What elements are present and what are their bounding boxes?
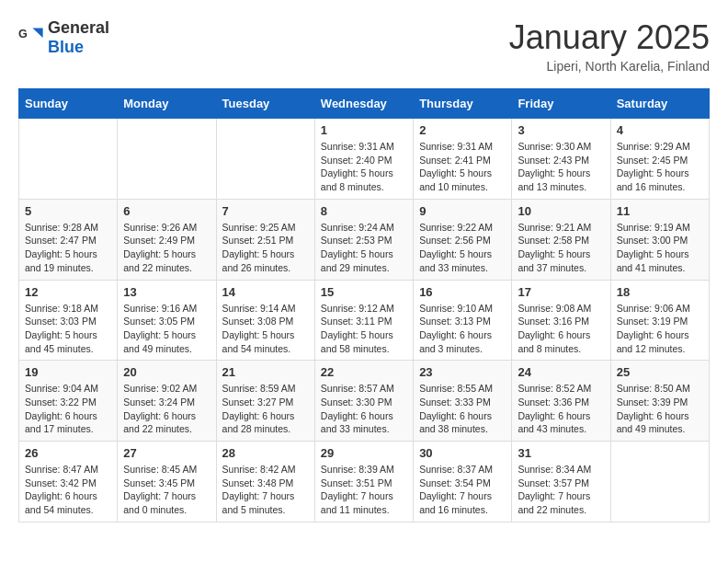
day-info: Sunrise: 9:06 AM Sunset: 3:19 PM Dayligh…: [617, 302, 703, 356]
calendar-cell: 23Sunrise: 8:55 AM Sunset: 3:33 PM Dayli…: [414, 361, 512, 442]
logo-general-text: General: [48, 18, 109, 37]
weekday-header-thursday: Thursday: [414, 89, 512, 119]
calendar-week-row: 26Sunrise: 8:47 AM Sunset: 3:42 PM Dayli…: [19, 442, 710, 523]
logo-blue-text: Blue: [48, 38, 84, 56]
calendar-week-row: 19Sunrise: 9:04 AM Sunset: 3:22 PM Dayli…: [19, 361, 710, 442]
day-info: Sunrise: 8:55 AM Sunset: 3:33 PM Dayligh…: [419, 382, 506, 436]
calendar-week-row: 5Sunrise: 9:28 AM Sunset: 2:47 PM Daylig…: [19, 199, 710, 280]
day-number: 13: [123, 285, 210, 299]
calendar-cell: 8Sunrise: 9:24 AM Sunset: 2:53 PM Daylig…: [314, 199, 413, 280]
day-info: Sunrise: 8:52 AM Sunset: 3:36 PM Dayligh…: [518, 382, 604, 436]
day-info: Sunrise: 8:57 AM Sunset: 3:30 PM Dayligh…: [321, 382, 407, 436]
calendar-cell: 22Sunrise: 8:57 AM Sunset: 3:30 PM Dayli…: [314, 361, 413, 442]
day-number: 12: [25, 285, 111, 299]
calendar-cell: 31Sunrise: 8:34 AM Sunset: 3:57 PM Dayli…: [512, 442, 610, 523]
day-info: Sunrise: 8:50 AM Sunset: 3:39 PM Dayligh…: [617, 382, 703, 436]
day-info: Sunrise: 8:47 AM Sunset: 3:42 PM Dayligh…: [25, 463, 111, 517]
day-info: Sunrise: 9:28 AM Sunset: 2:47 PM Dayligh…: [25, 221, 111, 275]
calendar-cell: 6Sunrise: 9:26 AM Sunset: 2:49 PM Daylig…: [118, 199, 216, 280]
calendar-cell: 4Sunrise: 9:29 AM Sunset: 2:45 PM Daylig…: [610, 119, 709, 200]
calendar-cell: 27Sunrise: 8:45 AM Sunset: 3:45 PM Dayli…: [118, 442, 216, 523]
calendar-week-row: 12Sunrise: 9:18 AM Sunset: 3:03 PM Dayli…: [19, 280, 710, 361]
day-info: Sunrise: 9:31 AM Sunset: 2:40 PM Dayligh…: [321, 140, 407, 194]
calendar-cell: 2Sunrise: 9:31 AM Sunset: 2:41 PM Daylig…: [414, 119, 512, 200]
day-number: 2: [419, 123, 506, 137]
day-info: Sunrise: 9:04 AM Sunset: 3:22 PM Dayligh…: [25, 382, 111, 436]
calendar-cell: 20Sunrise: 9:02 AM Sunset: 3:24 PM Dayli…: [118, 361, 216, 442]
day-number: 6: [123, 204, 210, 218]
day-number: 24: [518, 365, 604, 379]
day-info: Sunrise: 9:25 AM Sunset: 2:51 PM Dayligh…: [222, 221, 309, 275]
day-info: Sunrise: 9:29 AM Sunset: 2:45 PM Dayligh…: [617, 140, 703, 194]
weekday-header-row: SundayMondayTuesdayWednesdayThursdayFrid…: [19, 89, 710, 119]
day-info: Sunrise: 9:26 AM Sunset: 2:49 PM Dayligh…: [123, 221, 210, 275]
day-number: 23: [419, 365, 506, 379]
calendar-cell: 5Sunrise: 9:28 AM Sunset: 2:47 PM Daylig…: [19, 199, 118, 280]
day-number: 8: [321, 204, 407, 218]
day-number: 10: [518, 204, 604, 218]
day-number: 7: [222, 204, 309, 218]
day-number: 29: [321, 446, 407, 460]
calendar-cell: 24Sunrise: 8:52 AM Sunset: 3:36 PM Dayli…: [512, 361, 610, 442]
day-info: Sunrise: 9:12 AM Sunset: 3:11 PM Dayligh…: [321, 302, 407, 356]
day-number: 31: [518, 446, 604, 460]
svg-text:G: G: [18, 28, 28, 40]
calendar-cell: 28Sunrise: 8:42 AM Sunset: 3:48 PM Dayli…: [216, 442, 314, 523]
calendar-cell: 14Sunrise: 9:14 AM Sunset: 3:08 PM Dayli…: [216, 280, 314, 361]
title-area: January 2025 Liperi, North Karelia, Finl…: [509, 18, 710, 74]
calendar-cell: 19Sunrise: 9:04 AM Sunset: 3:22 PM Dayli…: [19, 361, 118, 442]
calendar-cell: 15Sunrise: 9:12 AM Sunset: 3:11 PM Dayli…: [314, 280, 413, 361]
calendar-cell: 3Sunrise: 9:30 AM Sunset: 2:43 PM Daylig…: [512, 119, 610, 200]
svg-marker-1: [32, 29, 42, 39]
page-header: G General Blue January 2025 Liperi, Nort…: [18, 18, 710, 74]
calendar-cell: 12Sunrise: 9:18 AM Sunset: 3:03 PM Dayli…: [19, 280, 118, 361]
day-info: Sunrise: 8:59 AM Sunset: 3:27 PM Dayligh…: [222, 382, 309, 436]
calendar-cell: 1Sunrise: 9:31 AM Sunset: 2:40 PM Daylig…: [314, 119, 413, 200]
weekday-header-wednesday: Wednesday: [314, 89, 413, 119]
day-number: 18: [617, 285, 703, 299]
calendar-cell: 11Sunrise: 9:19 AM Sunset: 3:00 PM Dayli…: [610, 199, 709, 280]
calendar-cell: 10Sunrise: 9:21 AM Sunset: 2:58 PM Dayli…: [512, 199, 610, 280]
calendar-cell: 25Sunrise: 8:50 AM Sunset: 3:39 PM Dayli…: [610, 361, 709, 442]
day-info: Sunrise: 8:34 AM Sunset: 3:57 PM Dayligh…: [518, 463, 604, 517]
day-number: 4: [617, 123, 703, 137]
day-info: Sunrise: 9:31 AM Sunset: 2:41 PM Dayligh…: [419, 140, 506, 194]
day-number: 3: [518, 123, 604, 137]
day-number: 25: [617, 365, 703, 379]
calendar-cell: 18Sunrise: 9:06 AM Sunset: 3:19 PM Dayli…: [610, 280, 709, 361]
day-info: Sunrise: 8:39 AM Sunset: 3:51 PM Dayligh…: [321, 463, 407, 517]
day-info: Sunrise: 9:10 AM Sunset: 3:13 PM Dayligh…: [419, 302, 506, 356]
day-info: Sunrise: 9:24 AM Sunset: 2:53 PM Dayligh…: [321, 221, 407, 275]
calendar-cell: [216, 119, 314, 200]
calendar-cell: [610, 442, 709, 523]
calendar-cell: [118, 119, 216, 200]
day-number: 14: [222, 285, 309, 299]
day-info: Sunrise: 9:16 AM Sunset: 3:05 PM Dayligh…: [123, 302, 210, 356]
calendar-cell: 9Sunrise: 9:22 AM Sunset: 2:56 PM Daylig…: [414, 199, 512, 280]
calendar-cell: 29Sunrise: 8:39 AM Sunset: 3:51 PM Dayli…: [314, 442, 413, 523]
calendar-cell: 13Sunrise: 9:16 AM Sunset: 3:05 PM Dayli…: [118, 280, 216, 361]
day-number: 22: [321, 365, 407, 379]
day-number: 26: [25, 446, 111, 460]
calendar-table: SundayMondayTuesdayWednesdayThursdayFrid…: [18, 88, 710, 523]
calendar-cell: [19, 119, 118, 200]
day-number: 1: [321, 123, 407, 137]
weekday-header-friday: Friday: [512, 89, 610, 119]
weekday-header-saturday: Saturday: [610, 89, 709, 119]
calendar-cell: 21Sunrise: 8:59 AM Sunset: 3:27 PM Dayli…: [216, 361, 314, 442]
calendar-cell: 7Sunrise: 9:25 AM Sunset: 2:51 PM Daylig…: [216, 199, 314, 280]
day-number: 20: [123, 365, 210, 379]
weekday-header-tuesday: Tuesday: [216, 89, 314, 119]
calendar-cell: 30Sunrise: 8:37 AM Sunset: 3:54 PM Dayli…: [414, 442, 512, 523]
day-info: Sunrise: 9:14 AM Sunset: 3:08 PM Dayligh…: [222, 302, 309, 356]
day-number: 16: [419, 285, 506, 299]
day-info: Sunrise: 8:37 AM Sunset: 3:54 PM Dayligh…: [419, 463, 506, 517]
day-info: Sunrise: 8:42 AM Sunset: 3:48 PM Dayligh…: [222, 463, 309, 517]
day-number: 9: [419, 204, 506, 218]
day-info: Sunrise: 9:02 AM Sunset: 3:24 PM Dayligh…: [123, 382, 210, 436]
day-info: Sunrise: 9:18 AM Sunset: 3:03 PM Dayligh…: [25, 302, 111, 356]
day-info: Sunrise: 9:19 AM Sunset: 3:00 PM Dayligh…: [617, 221, 703, 275]
weekday-header-sunday: Sunday: [19, 89, 118, 119]
day-info: Sunrise: 9:08 AM Sunset: 3:16 PM Dayligh…: [518, 302, 604, 356]
logo-icon: G: [18, 25, 44, 51]
